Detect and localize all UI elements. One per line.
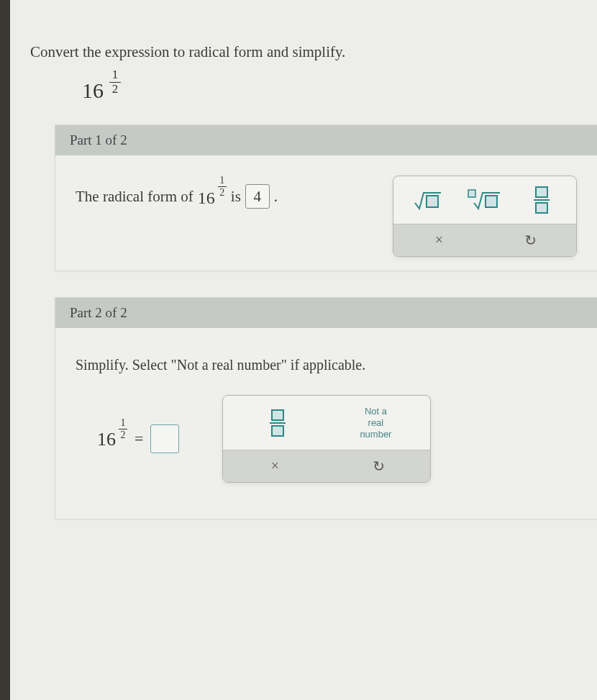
part1-toolbox: × ↺ (393, 176, 577, 257)
p2-base: 16 (97, 429, 116, 450)
main-expression: 16 1 2 (10, 76, 597, 124)
part2-answer-input[interactable] (150, 424, 179, 453)
toolbox2-options-row: Not a real number (223, 396, 430, 450)
part2-header: Part 2 of 2 (55, 298, 597, 328)
p1-base: 16 (198, 188, 215, 208)
fraction-icon (534, 186, 550, 214)
exp-numerator: 1 (112, 68, 119, 82)
p2-exp-den: 2 (121, 429, 126, 440)
fraction-option-2[interactable] (260, 409, 296, 437)
nth-root-option[interactable] (467, 190, 503, 210)
part2-toolbox: Not a real number × ↺ (222, 395, 431, 483)
part1-answer-input[interactable]: 4 (245, 184, 270, 209)
part1-prefix: The radical form of (76, 188, 193, 206)
p1-exp: 1 2 (218, 175, 227, 198)
x-icon: × (435, 232, 443, 247)
nth-root-icon (468, 190, 501, 210)
fraction-icon-2 (270, 409, 286, 437)
clear-button-2[interactable]: × (223, 450, 327, 482)
undo-button[interactable]: ↺ (485, 224, 576, 256)
svg-rect-2 (486, 196, 497, 207)
exp-denominator: 2 (112, 83, 119, 96)
part1-card: Part 1 of 2 The radical form of 16 1 2 i… (55, 124, 597, 271)
toolbox-options-row (393, 176, 576, 224)
not-real-l1: Not a (360, 406, 391, 417)
part1-period: . (274, 188, 278, 206)
toolbox2-actions: × ↺ (223, 450, 430, 482)
exponent-fraction: 1 2 (109, 68, 121, 96)
sqrt-icon (414, 190, 442, 210)
not-real-option[interactable]: Not a real number (357, 406, 393, 440)
part2-content-row: 16 1 2 = (76, 395, 577, 483)
fraction-option[interactable] (524, 186, 560, 214)
sqrt-option[interactable] (410, 190, 446, 210)
part1-body: The radical form of 16 1 2 is 4 . (55, 155, 597, 271)
part2-card: Part 2 of 2 Simplify. Select "Not a real… (55, 297, 597, 519)
not-real-label: Not a real number (360, 406, 391, 440)
undo-button-2[interactable]: ↺ (327, 450, 430, 482)
not-real-l3: number (360, 429, 391, 440)
not-real-l2: real (360, 417, 391, 429)
part1-mid: is (231, 188, 241, 206)
p2-exp: 1 2 (119, 417, 127, 440)
question-prompt: Convert the expression to radical form a… (10, 43, 597, 76)
undo-icon: ↺ (524, 232, 537, 249)
toolbox-actions: × ↺ (393, 224, 576, 256)
part1-header: Part 1 of 2 (55, 125, 597, 155)
clear-button[interactable]: × (393, 224, 485, 256)
p2-exp-num: 1 (121, 417, 126, 428)
page-content: Convert the expression to radical form a… (10, 0, 597, 700)
equals-sign: = (135, 429, 143, 448)
page-edge (0, 0, 10, 700)
x-icon-2: × (271, 458, 279, 473)
undo-icon-2: ↺ (373, 458, 385, 475)
base-number: 16 (82, 78, 104, 103)
svg-rect-0 (427, 196, 438, 207)
p1-exp-den: 2 (219, 187, 224, 198)
part2-instruction: Simplify. Select "Not a real number" if … (76, 357, 577, 373)
part2-body: Simplify. Select "Not a real number" if … (55, 328, 597, 519)
part2-equation: 16 1 2 = (97, 424, 179, 453)
p1-exp-num: 1 (219, 175, 224, 186)
svg-rect-1 (468, 190, 475, 197)
